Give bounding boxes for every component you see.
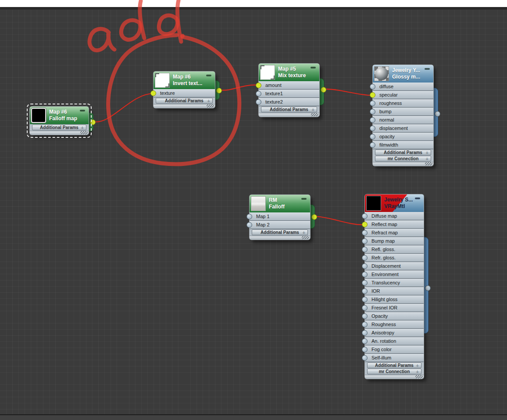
node-titles: Map #5Mix texture: [275, 66, 306, 79]
input-socket[interactable]: [362, 297, 368, 302]
input-socket[interactable]: [362, 255, 368, 261]
input-socket[interactable]: [362, 355, 368, 361]
vraymtl-node[interactable]: Jewelry S...VRayMtlDiffuse mapReflect ma…: [365, 194, 424, 379]
node-body: Map #6Falloff mapAdditional Params+: [30, 107, 89, 135]
input-socket[interactable]: [362, 238, 368, 244]
material-preview-thumbnail[interactable]: [366, 196, 381, 211]
input-socket[interactable]: [362, 213, 368, 219]
resize-grip[interactable]: [415, 375, 423, 378]
resize-grip[interactable]: [80, 131, 88, 134]
rm-falloff-node[interactable]: RMFalloffMap 1Map 2Additional Params+: [250, 195, 310, 240]
input-socket[interactable]: [256, 99, 261, 105]
output-socket[interactable]: [216, 88, 222, 93]
input-socket[interactable]: [362, 263, 368, 269]
expand-plus-icon[interactable]: +: [416, 369, 419, 374]
material-preview-thumbnail[interactable]: [31, 108, 46, 123]
expand-plus-icon[interactable]: +: [426, 156, 428, 162]
additional-params-bar[interactable]: Additional Params+: [32, 125, 86, 130]
expand-plus-icon[interactable]: +: [416, 363, 419, 368]
node-header[interactable]: RMFalloff: [250, 195, 310, 212]
output-socket[interactable]: [90, 119, 96, 125]
node-type: Mix texture: [278, 72, 306, 79]
additional-params-bar[interactable]: Additional Params+: [367, 363, 421, 368]
node-header[interactable]: Map #6Invert text...: [154, 72, 215, 89]
mr-connection-bar[interactable]: mr Connection+: [367, 369, 421, 374]
output-socket[interactable]: [311, 214, 317, 220]
input-socket[interactable]: [362, 247, 368, 252]
minimize-icon[interactable]: [425, 68, 430, 70]
input-socket[interactable]: [362, 288, 368, 294]
input-slot-row: Diffuse map: [365, 212, 424, 220]
node-header[interactable]: Map #6Falloff map: [30, 107, 89, 124]
node-canvas[interactable]: Map #6Falloff mapAdditional Params+Map #…: [0, 10, 507, 414]
input-slot-label: texture1: [265, 91, 283, 96]
input-socket[interactable]: [370, 109, 375, 115]
additional-params-bar[interactable]: Additional Params+: [261, 107, 317, 112]
output-socket[interactable]: [321, 87, 326, 93]
horizontal-scrollbar[interactable]: [0, 414, 507, 420]
input-socket[interactable]: [362, 222, 368, 227]
resize-grip[interactable]: [425, 162, 432, 165]
input-socket[interactable]: [362, 322, 368, 327]
bar-label: Additional Params: [375, 363, 414, 368]
expand-plus-icon[interactable]: +: [207, 98, 210, 104]
expand-plus-icon[interactable]: +: [81, 125, 84, 130]
input-socket[interactable]: [370, 142, 375, 148]
input-socket[interactable]: [370, 117, 375, 123]
output-socket[interactable]: [425, 285, 431, 291]
input-socket[interactable]: [150, 90, 156, 96]
input-socket[interactable]: [370, 126, 375, 131]
input-slot-row: amount: [259, 81, 319, 90]
mr-connection-bar[interactable]: mr Connection+: [375, 156, 431, 162]
input-socket[interactable]: [370, 92, 375, 98]
input-socket[interactable]: [256, 91, 261, 97]
material-preview-thumbnail[interactable]: [260, 65, 275, 80]
invert-texture-node[interactable]: Map #6Invert text...textureAdditional Pa…: [154, 72, 215, 108]
input-socket[interactable]: [256, 83, 261, 88]
resize-grip[interactable]: [302, 236, 309, 239]
minimize-icon[interactable]: [301, 198, 307, 200]
input-socket[interactable]: [370, 134, 375, 140]
node-header[interactable]: Jewelry Y...Glossy m...: [373, 65, 433, 83]
additional-params-bar[interactable]: Additional Params+: [375, 150, 431, 155]
material-preview-thumbnail[interactable]: [155, 73, 170, 88]
input-socket[interactable]: [246, 214, 252, 219]
material-preview-thumbnail[interactable]: [251, 196, 266, 211]
input-socket[interactable]: [362, 280, 368, 286]
node-footer: [259, 113, 319, 117]
node-header[interactable]: Jewelry S...VRayMtl: [365, 194, 424, 212]
input-slot-row: Anisotropy: [365, 329, 424, 337]
falloff-map-node[interactable]: Map #6Falloff mapAdditional Params+: [30, 107, 89, 135]
expand-plus-icon[interactable]: +: [312, 107, 314, 112]
input-socket[interactable]: [362, 313, 368, 319]
resize-grip[interactable]: [207, 104, 214, 108]
expand-bars: Additional Params+: [250, 229, 310, 235]
mix-texture-node[interactable]: Map #5Mix textureamounttexture1texture2A…: [259, 64, 319, 117]
input-socket[interactable]: [370, 84, 375, 90]
minimize-icon[interactable]: [415, 197, 420, 199]
input-socket[interactable]: [362, 330, 368, 336]
expand-plus-icon[interactable]: +: [426, 150, 428, 155]
minimize-icon[interactable]: [206, 75, 211, 76]
node-header[interactable]: Map #5Mix texture: [259, 64, 319, 81]
input-socket[interactable]: [362, 272, 368, 277]
input-slot-row: Fresnel IOR: [365, 304, 424, 312]
material-preview-thumbnail[interactable]: [374, 66, 389, 81]
input-slot-row: Map 2: [250, 221, 310, 229]
minimize-icon[interactable]: [80, 110, 85, 111]
input-socket[interactable]: [362, 338, 368, 344]
additional-params-bar[interactable]: Additional Params+: [252, 230, 308, 235]
output-socket[interactable]: [435, 111, 440, 117]
resize-grip[interactable]: [311, 113, 318, 116]
input-socket[interactable]: [362, 230, 368, 236]
expand-plus-icon[interactable]: +: [303, 230, 305, 235]
minimize-icon[interactable]: [311, 67, 316, 68]
input-socket[interactable]: [246, 222, 252, 228]
input-socket[interactable]: [362, 347, 368, 352]
input-socket[interactable]: [362, 305, 368, 311]
node-name: Jewelry Y...: [392, 67, 420, 74]
input-slot-row: Environment: [365, 270, 424, 279]
input-socket[interactable]: [370, 101, 375, 106]
glossy-material-node[interactable]: Jewelry Y...Glossy m...diffusespecularro…: [373, 65, 433, 166]
additional-params-bar[interactable]: Additional Params+: [156, 98, 213, 104]
